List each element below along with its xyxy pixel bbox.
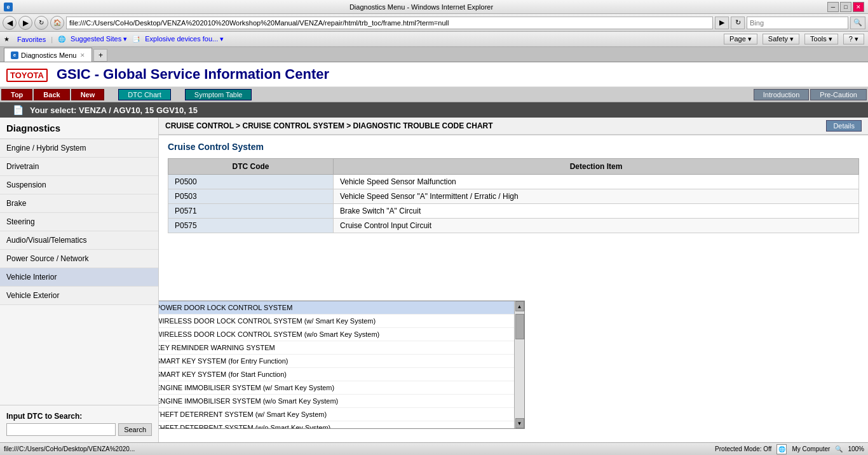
dropdown-list[interactable]: POWER DOOR LOCK CONTROL SYSTEMWIRELESS D… — [159, 301, 514, 428]
dropdown-item[interactable]: THEFT DETERRENT SYSTEM (w/o Smart Key Sy… — [159, 421, 514, 428]
tab-label: Diagnostics Menu — [21, 51, 76, 59]
sidebar-item-drivetrain[interactable]: Drivetrain — [0, 158, 158, 176]
browser-title: Diagnostics Menu - Windows Internet Expl… — [15, 3, 827, 11]
section-title: Cruise Control System — [168, 142, 859, 152]
dtc-code-cell: P0500 — [168, 175, 334, 189]
sidebar-item-brake[interactable]: Brake — [0, 194, 158, 213]
sidebar-item-audio[interactable]: Audio/Visual/Telematics — [0, 231, 158, 250]
dropdown-item[interactable]: SMART KEY SYSTEM (for Entry Function) — [159, 355, 514, 368]
explosive-menu[interactable]: Explosive devices fou... ▾ — [145, 35, 224, 43]
dropdown-scrollbar[interactable]: ▲ ▼ — [514, 301, 524, 428]
dtc-search-input[interactable] — [6, 423, 116, 436]
refresh-button[interactable]: ↻ — [34, 16, 48, 30]
sidebar-item-power-source[interactable]: Power Source / Network — [0, 250, 158, 268]
sidebar-item-steering[interactable]: Steering — [0, 213, 158, 231]
table-row[interactable]: P0503Vehicle Speed Sensor "A" Intermitte… — [168, 189, 859, 204]
home-button[interactable]: 🏠 — [50, 16, 64, 30]
page-wrapper: TOYOTA GSIC - Global Service Information… — [0, 62, 868, 455]
zoom-icon: 🔍 — [835, 445, 843, 452]
pre-caution-tab[interactable]: Pre-Caution — [810, 89, 867, 100]
dtc-code-cell: P0571 — [168, 204, 334, 219]
sidebar-title: Diagnostics — [0, 118, 158, 139]
dtc-table: DTC Code Detection Item P0500Vehicle Spe… — [168, 158, 859, 233]
toyota-header: TOYOTA GSIC - Global Service Information… — [0, 62, 868, 87]
table-row[interactable]: P0575Cruise Control Input Circuit — [168, 219, 859, 233]
zoom-level: 100% — [848, 445, 864, 452]
selection-bar: 📄 Your select: VENZA / AGV10, 15 GGV10, … — [0, 102, 868, 118]
dropdown-item[interactable]: THEFT DETERRENT SYSTEM (w/ Smart Key Sys… — [159, 408, 514, 421]
favorites-menu[interactable]: Favorites — [17, 36, 46, 43]
browser-favicon: e — [4, 3, 13, 11]
dropdown-item[interactable]: KEY REMINDER WARNING SYSTEM — [159, 341, 514, 355]
search-input-row: Search — [6, 423, 152, 436]
dropdown-item[interactable]: WIRELESS DOOR LOCK CONTROL SYSTEM (w/o S… — [159, 328, 514, 341]
sidebar-item-suspension[interactable]: Suspension — [0, 176, 158, 194]
status-url: file:///C:/Users/CoHo/Desktop/VENZA%2020… — [4, 445, 709, 452]
minimize-button[interactable]: ─ — [827, 2, 839, 12]
browser-tab-diagnostics[interactable]: e Diagnostics Menu ✕ — [4, 48, 92, 62]
table-row[interactable]: P0571Brake Switch "A" Circuit — [168, 204, 859, 219]
forward-button[interactable]: ▶ — [18, 16, 32, 30]
symptom-table-tab[interactable]: Symptom Table — [185, 89, 252, 100]
new-button[interactable]: New — [71, 89, 105, 100]
col-dtc-code: DTC Code — [168, 159, 334, 175]
bing-search-button[interactable]: 🔍 — [850, 17, 865, 29]
back-button[interactable]: ◀ — [3, 16, 17, 30]
suggested-icon: 🌐 — [58, 36, 65, 43]
zone-icon: 🌐 — [776, 444, 787, 454]
sidebar-item-engine[interactable]: Engine / Hybrid System — [0, 139, 158, 158]
favorites-star-icon: ★ — [4, 36, 10, 43]
scroll-thumb[interactable] — [515, 314, 524, 339]
dtc-chart-tab[interactable]: DTC Chart — [118, 89, 171, 100]
sidebar-item-vehicle-interior[interactable]: Vehicle Interior — [0, 268, 158, 287]
details-button[interactable]: Details — [826, 120, 862, 132]
scroll-up-button[interactable]: ▲ — [515, 301, 524, 311]
breadcrumb-text: CRUISE CONTROL > CRUISE CONTROL SYSTEM >… — [165, 121, 493, 130]
sidebar-search-section: Input DTC to Search: Search — [0, 405, 158, 442]
top-button[interactable]: Top — [1, 89, 32, 100]
search-label: Input DTC to Search: — [6, 412, 152, 421]
search-button[interactable]: Search — [118, 423, 152, 436]
refresh-page-button[interactable]: ↻ — [731, 17, 745, 29]
selection-text: Your select: VENZA / AGV10, 15 GGV10, 15 — [30, 105, 198, 115]
table-row[interactable]: P0500Vehicle Speed Sensor Malfunction — [168, 175, 859, 189]
page-button[interactable]: Page ▾ — [724, 34, 757, 44]
dropdown-item[interactable]: SMART KEY SYSTEM (for Start Function) — [159, 368, 514, 381]
tab-close-icon[interactable]: ✕ — [80, 52, 85, 58]
safety-button[interactable]: Safety ▾ — [763, 34, 799, 44]
introduction-tab[interactable]: Introduction — [754, 89, 809, 100]
dropdown-item[interactable]: ENGINE IMMOBILISER SYSTEM (w/ Smart Key … — [159, 381, 514, 395]
tab-favicon: e — [11, 51, 18, 59]
scroll-down-button[interactable]: ▼ — [515, 418, 524, 428]
suggested-sites-menu[interactable]: Suggested Sites ▾ — [71, 35, 127, 43]
detection-item-cell: Brake Switch "A" Circuit — [334, 204, 859, 219]
breadcrumb-bar: CRUISE CONTROL > CRUISE CONTROL SYSTEM >… — [159, 118, 868, 135]
dropdown-item[interactable]: WIRELESS DOOR LOCK CONTROL SYSTEM (w/ Sm… — [159, 315, 514, 328]
bing-search-input[interactable] — [747, 17, 848, 29]
status-bar: file:///C:/Users/CoHo/Desktop/VENZA%2020… — [0, 442, 868, 455]
protected-mode-label: Protected Mode: Off — [715, 445, 771, 452]
main-layout: Diagnostics Engine / Hybrid System Drive… — [0, 118, 868, 442]
browser-toolbar2: ★ Favorites | 🌐 Suggested Sites ▾ 📑 Expl… — [0, 32, 868, 47]
tools-button[interactable]: Tools ▾ — [804, 34, 838, 44]
gsic-title: GSIC - Global Service Information Center — [57, 66, 329, 83]
right-tabs: Introduction Pre-Caution — [754, 89, 867, 100]
browser-nav: ◀ ▶ ↻ 🏠 ▶ ↻ 🔍 — [0, 14, 868, 32]
sidebar-item-vehicle-exterior[interactable]: Vehicle Exterior — [0, 287, 158, 305]
sidebar: Diagnostics Engine / Hybrid System Drive… — [0, 118, 159, 442]
new-tab-button[interactable]: + — [93, 49, 107, 62]
document-icon: 📄 — [13, 105, 24, 115]
zone-label: My Computer — [792, 445, 830, 452]
address-bar[interactable] — [66, 17, 713, 29]
dtc-code-cell: P0503 — [168, 189, 334, 204]
dtc-content: Cruise Control System DTC Code Detection… — [159, 135, 868, 442]
dropdown-item[interactable]: POWER DOOR LOCK CONTROL SYSTEM — [159, 301, 514, 315]
help-button[interactable]: ? ▾ — [843, 34, 864, 44]
maximize-button[interactable]: □ — [840, 2, 851, 12]
dtc-code-cell: P0575 — [168, 219, 334, 233]
toyota-logo: TOYOTA — [6, 66, 48, 83]
close-button[interactable]: ✕ — [853, 2, 864, 12]
dropdown-item[interactable]: ENGINE IMMOBILISER SYSTEM (w/o Smart Key… — [159, 395, 514, 408]
go-button[interactable]: ▶ — [715, 17, 729, 29]
back-action-button[interactable]: Back — [34, 89, 69, 100]
